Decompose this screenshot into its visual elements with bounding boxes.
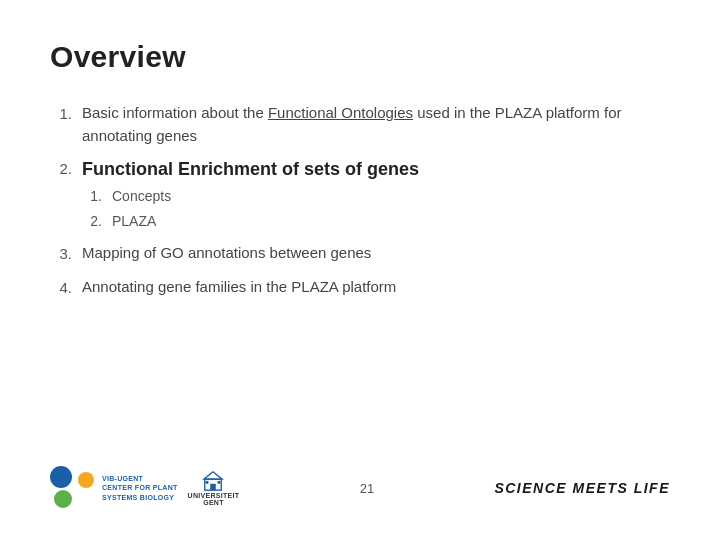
tagline: SCIENCE MEETS LIFE: [494, 480, 670, 496]
list-text-2: Functional Enrichment of sets of genes: [82, 157, 419, 182]
list-text-3: Mapping of GO annotations between genes: [82, 242, 371, 265]
list-text-1: Basic information about the Functional O…: [82, 102, 670, 147]
sub-list-2: 1. Concepts 2. PLAZA: [82, 186, 670, 232]
list-number-1: 1.: [50, 102, 72, 126]
sub-list-item-2-1: 1. Concepts: [82, 186, 670, 207]
svg-rect-4: [218, 481, 221, 484]
sub-list-item-2-2: 2. PLAZA: [82, 211, 670, 232]
slide-footer: VIB-UGENTCENTER FOR PLANTSYSTEMS BIOLOGY…: [50, 456, 670, 510]
list-item-3: 3. Mapping of GO annotations between gen…: [50, 242, 670, 266]
list-item-1: 1. Basic information about the Functiona…: [50, 102, 670, 147]
svg-marker-1: [204, 472, 222, 479]
list-item-4: 4. Annotating gene families in the PLAZA…: [50, 276, 670, 300]
vib-logo: VIB-UGENTCENTER FOR PLANTSYSTEMS BIOLOGY: [50, 466, 178, 510]
vib-circles-icon: [50, 466, 94, 510]
list-text-1-before: Basic information about the: [82, 104, 268, 121]
ugent-logo: UNIVERSITEITGENT: [188, 470, 240, 506]
vib-circle-green: [54, 490, 72, 508]
svg-rect-3: [206, 481, 209, 484]
svg-rect-2: [211, 484, 217, 490]
sub-number-2-1: 1.: [82, 186, 102, 207]
list-text-4: Annotating gene families in the PLAZA pl…: [82, 276, 396, 299]
vib-circle-blue: [50, 466, 72, 488]
list-number-2: 2.: [50, 157, 72, 181]
slide: Overview 1. Basic information about the …: [0, 0, 720, 540]
vib-circle-yellow: [78, 472, 94, 488]
ugent-building-icon: [202, 470, 224, 492]
functional-ontologies-link[interactable]: Functional Ontologies: [268, 104, 413, 121]
list-number-4: 4.: [50, 276, 72, 300]
ugent-text: UNIVERSITEITGENT: [188, 492, 240, 506]
footer-logos: VIB-UGENTCENTER FOR PLANTSYSTEMS BIOLOGY…: [50, 466, 239, 510]
list-item-2: 2. Functional Enrichment of sets of gene…: [50, 157, 670, 232]
content-area: 1. Basic information about the Functiona…: [50, 102, 670, 456]
list-number-3: 3.: [50, 242, 72, 266]
slide-title: Overview: [50, 40, 670, 74]
sub-text-2-2: PLAZA: [112, 211, 156, 232]
vib-logo-text: VIB-UGENTCENTER FOR PLANTSYSTEMS BIOLOGY: [102, 474, 178, 501]
list-item-2-row: 2. Functional Enrichment of sets of gene…: [50, 157, 670, 182]
sub-number-2-2: 2.: [82, 211, 102, 232]
sub-text-2-1: Concepts: [112, 186, 171, 207]
page-number: 21: [239, 481, 494, 496]
